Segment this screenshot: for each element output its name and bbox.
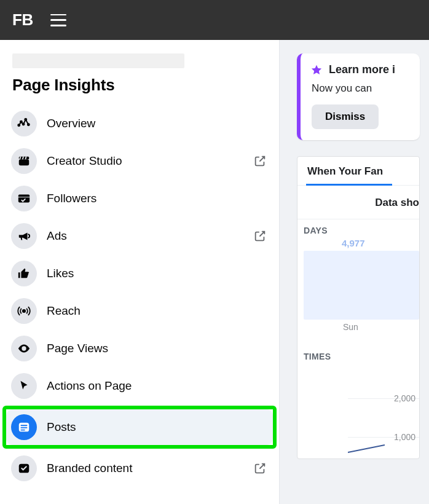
- times-chart: TIMES 2,000 1,000: [297, 336, 419, 459]
- svg-rect-5: [19, 159, 30, 165]
- sidebar-item-followers[interactable]: Followers: [6, 181, 273, 216]
- top-bar: FB: [0, 0, 429, 40]
- nav-label: Creator Studio: [47, 154, 253, 168]
- highlight-annotation: Posts: [2, 406, 277, 449]
- cursor-icon: [11, 373, 37, 399]
- nav-label: Likes: [47, 267, 267, 280]
- days-label: DAYS: [304, 226, 419, 235]
- external-link-icon: [253, 154, 267, 168]
- sidebar-item-actions[interactable]: Actions on Page: [6, 368, 273, 404]
- branded-content-icon: [11, 455, 37, 481]
- sidebar-item-creator-studio[interactable]: Creator Studio: [6, 143, 273, 179]
- nav-label: Page Views: [47, 342, 267, 355]
- svg-point-0: [18, 124, 20, 126]
- external-link-icon: [253, 229, 267, 243]
- sidebar-item-likes[interactable]: Likes: [6, 256, 273, 291]
- nav-list: Overview Creator Studio Followers A: [6, 106, 273, 486]
- megaphone-icon: [11, 223, 37, 249]
- nav-label: Posts: [47, 420, 267, 434]
- sidebar-item-branded[interactable]: Branded content: [6, 451, 273, 486]
- days-chart: DAYS 4,977 Sun: [297, 219, 419, 336]
- external-link-icon: [253, 462, 267, 475]
- sidebar-item-reach[interactable]: Reach: [6, 293, 273, 329]
- sidebar: Page Insights Overview Creator Studio: [0, 40, 280, 504]
- page-title: Page Insights: [12, 76, 273, 95]
- followers-icon: [11, 186, 37, 211]
- nav-label: Actions on Page: [47, 379, 267, 393]
- clapper-icon: [11, 148, 37, 174]
- days-bar-value: 4,977: [342, 238, 419, 248]
- main-content: Learn more i Now you can Dismiss When Yo…: [280, 40, 429, 504]
- nav-label: Followers: [47, 192, 267, 205]
- sidebar-item-overview[interactable]: Overview: [6, 106, 273, 141]
- svg-point-2: [23, 123, 25, 125]
- nav-label: Branded content: [47, 462, 253, 475]
- star-icon: [310, 64, 323, 76]
- svg-point-4: [28, 124, 30, 125]
- dismiss-button[interactable]: Dismiss: [312, 104, 379, 129]
- sidebar-item-posts[interactable]: Posts: [6, 409, 273, 445]
- ytick-1k: 1,000: [394, 432, 419, 442]
- nav-label: Ads: [47, 229, 253, 243]
- sidebar-item-page-views[interactable]: Page Views: [6, 331, 273, 366]
- svg-point-10: [23, 310, 25, 312]
- eye-icon: [11, 336, 37, 361]
- days-axis-tick: Sun: [343, 322, 419, 332]
- nav-label: Reach: [47, 304, 267, 318]
- fans-tab[interactable]: When Your Fan: [297, 157, 419, 186]
- notice-title: Learn more i: [329, 63, 395, 76]
- fb-logo[interactable]: FB: [12, 10, 33, 30]
- analytics-icon: [11, 111, 37, 136]
- notice-card: Learn more i Now you can Dismiss: [297, 53, 420, 140]
- days-bar: [304, 251, 419, 320]
- ytick-2k: 2,000: [394, 393, 419, 403]
- broadcast-icon: [11, 298, 37, 324]
- notice-subtitle: Now you can: [312, 82, 420, 95]
- thumbs-up-icon: [11, 261, 37, 286]
- svg-point-3: [25, 119, 26, 120]
- fans-online-card: When Your Fan Data sho DAYS 4,977 Sun TI…: [297, 156, 420, 459]
- page-name-placeholder: [12, 53, 184, 68]
- nav-label: Overview: [47, 117, 267, 130]
- posts-icon: [11, 414, 37, 440]
- times-line-chart: 2,000 1,000: [304, 372, 419, 459]
- data-shown-label: Data sho: [297, 186, 419, 219]
- hamburger-menu-icon[interactable]: [50, 14, 66, 26]
- line-path: [348, 441, 385, 454]
- svg-point-11: [23, 347, 25, 350]
- times-label: TIMES: [304, 352, 419, 361]
- svg-point-1: [20, 121, 22, 123]
- sidebar-item-ads[interactable]: Ads: [6, 218, 273, 254]
